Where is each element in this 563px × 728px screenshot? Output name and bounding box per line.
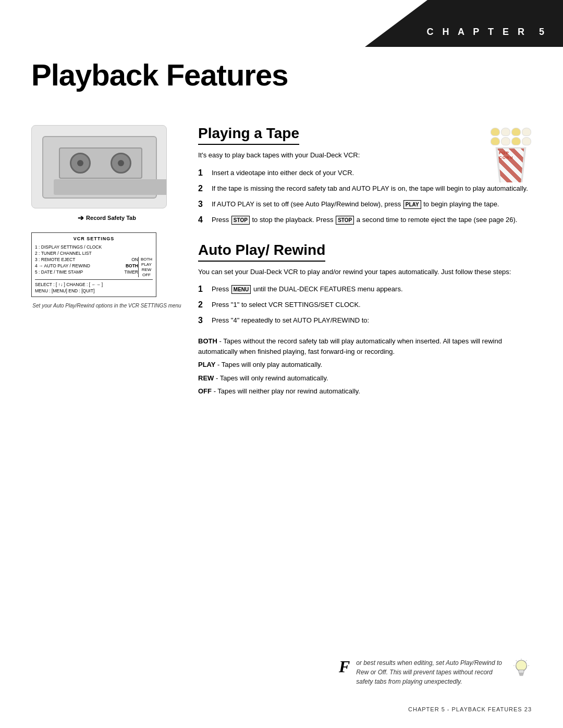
stop-badge-2: STOP xyxy=(336,216,354,225)
stop-badge-1: STOP xyxy=(231,216,250,225)
tip-f-letter: F xyxy=(339,658,350,675)
tape-reel-left xyxy=(70,153,91,174)
vcr-rows-3-5: 3 : REMOTE EJECT ON 4 → AUTO PLAY / REWI… xyxy=(35,257,153,277)
vcr-side-labels: BOTH PLAY REW OFF xyxy=(138,257,153,277)
vcr-divider xyxy=(35,279,153,280)
chapter-label: C H A P T E R 5 xyxy=(427,27,563,47)
popcorn-ball xyxy=(522,128,531,136)
term-play: PLAY xyxy=(198,361,215,368)
auto-play-section: Auto Play/ Rewind You can set your Dual-… xyxy=(198,242,537,397)
popcorn-top xyxy=(490,128,532,145)
svg-point-0 xyxy=(516,660,527,671)
step-number-4: 4 xyxy=(198,214,207,226)
popcorn-ball xyxy=(511,128,521,136)
svg-line-6 xyxy=(516,660,517,661)
arrow-indicator: ➔ xyxy=(78,214,84,222)
vcr-row-4: 4 → AUTO PLAY / REWIND BOTH xyxy=(35,263,138,268)
vcr-row-5: 5 : DATE / TIME STAMP TIMER xyxy=(35,269,138,275)
page-title: Playback Features xyxy=(31,57,288,92)
lightbulb-icon xyxy=(511,658,532,679)
vcr-select-line: SELECT : [ ↑↓ ] CHANGE : [ ←→ ] xyxy=(35,282,153,287)
auto-step-1: 1 Press MENU until the DUAL-DECK FEATURE… xyxy=(198,284,537,295)
vcr-settings-box: VCR SETTINGS 1 : DISPLAY SETTINGS / CLOC… xyxy=(31,232,156,297)
vcr-settings-title: VCR SETTINGS xyxy=(35,236,153,241)
chapter-text: C H A P T E R xyxy=(427,27,528,37)
tip-text: or best results when editing, set Auto P… xyxy=(356,658,505,686)
svg-rect-2 xyxy=(520,674,523,675)
vcr-menu-line: MENU : [MENU] END : [QUIT] xyxy=(35,288,153,293)
vcr-row-2: 2 : TUNER / CHANNEL LIST xyxy=(35,251,153,256)
auto-step-text-1: Press MENU until the DUAL-DECK FEATURES … xyxy=(212,284,537,295)
menu-badge: MENU xyxy=(231,285,251,294)
step-number-1: 1 xyxy=(198,167,207,179)
term-both: BOTH xyxy=(198,337,217,345)
auto-play-intro: You can set your Dual-Deck VCR to play a… xyxy=(198,267,537,277)
popcorn-area: POPCORN Playing a Tape It's easy to play… xyxy=(198,125,537,161)
vcr-caption-text: Set your Auto Play/Rewind options in the… xyxy=(32,303,181,309)
popcorn-image: POPCORN xyxy=(485,125,537,182)
svg-rect-1 xyxy=(519,673,523,674)
vcr-row-1: 1 : DISPLAY SETTINGS / CLOCK xyxy=(35,244,153,250)
right-column: POPCORN Playing a Tape It's easy to play… xyxy=(198,125,537,400)
step-text-4: Press STOP to stop the playback. Press S… xyxy=(212,215,537,226)
play-badge: PLAY xyxy=(403,200,421,209)
tape-illustration xyxy=(31,125,167,208)
auto-step-number-3: 3 xyxy=(198,314,207,327)
step-item-4: 4 Press STOP to stop the playback. Press… xyxy=(198,215,537,226)
step-item-2: 2 If the tape is missing the record safe… xyxy=(198,183,537,195)
step-number-3: 3 xyxy=(198,198,207,211)
option-rew: REW - Tapes will only rewind automatical… xyxy=(198,373,537,384)
popcorn-ball xyxy=(491,128,500,136)
footer-text: CHAPTER 5 - PLAYBACK FEATURES 23 xyxy=(408,706,532,712)
popcorn-brand: POPCORN xyxy=(499,151,513,160)
auto-step-3: 3 Press "4" repeatedly to set AUTO PLAY/… xyxy=(198,315,537,327)
option-off: OFF - Tapes will neither play nor rewind… xyxy=(198,386,537,397)
step-number-2: 2 xyxy=(198,182,207,195)
step-text-2: If the tape is missing the record safety… xyxy=(212,183,537,195)
chapter-header: C H A P T E R 5 xyxy=(365,0,563,47)
auto-step-2: 2 Press "1" to select VCR SETTINGS/SET C… xyxy=(198,300,537,311)
tape-bottom-cutout xyxy=(54,179,167,195)
auto-play-title: Auto Play/ Rewind xyxy=(198,242,325,262)
auto-step-number-1: 1 xyxy=(198,283,207,295)
vcr-row-3: 3 : REMOTE EJECT ON xyxy=(35,257,138,262)
tape-body xyxy=(42,136,157,199)
step-text-3: If AUTO PLAY is set to off (see Auto Pla… xyxy=(212,199,537,211)
tape-window xyxy=(59,147,142,179)
chapter-number: 5 xyxy=(539,27,547,37)
tip-box: F or best results when editing, set Auto… xyxy=(339,658,532,686)
auto-step-number-2: 2 xyxy=(198,299,207,311)
left-column: ➔ Record Safety Tab VCR SETTINGS 1 : DIS… xyxy=(31,125,182,310)
tape-reel-right xyxy=(111,153,131,174)
popcorn-cup-container: POPCORN xyxy=(493,143,529,182)
tape-label-row: ➔ Record Safety Tab xyxy=(31,214,182,222)
vcr-caption: Set your Auto Play/Rewind options in the… xyxy=(31,302,182,310)
popcorn-ball xyxy=(501,128,510,136)
tape-label: Record Safety Tab xyxy=(86,215,136,221)
auto-play-steps: 1 Press MENU until the DUAL-DECK FEATURE… xyxy=(198,284,537,327)
auto-step-text-2: Press "1" to select VCR SETTINGS/SET CLO… xyxy=(212,300,537,311)
term-off: OFF xyxy=(198,387,212,395)
option-both: BOTH - Tapes without the record safety t… xyxy=(198,336,537,356)
playing-tape-title: Playing a Tape xyxy=(198,125,299,145)
option-play: PLAY - Tapes will only play automaticall… xyxy=(198,360,537,370)
auto-step-text-3: Press "4" repeatedly to set AUTO PLAY/RE… xyxy=(212,315,537,327)
svg-line-4 xyxy=(526,660,527,661)
playing-tape-intro: It's easy to play back tapes with your D… xyxy=(198,150,477,161)
term-rew: REW xyxy=(198,374,214,382)
step-item-3: 3 If AUTO PLAY is set to off (see Auto P… xyxy=(198,199,537,211)
page-footer: CHAPTER 5 - PLAYBACK FEATURES 23 xyxy=(408,706,532,712)
